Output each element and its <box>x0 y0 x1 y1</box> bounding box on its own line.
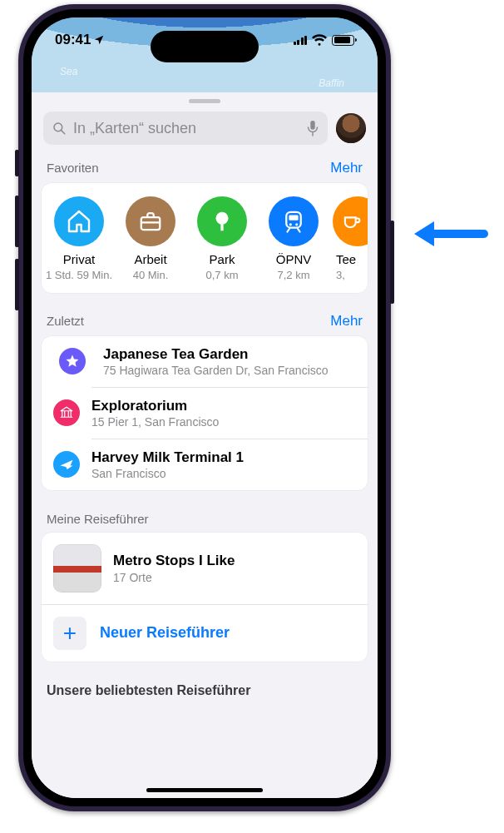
favorites-strip[interactable]: Privat 1 Std. 59 Min. Arbeit 40 Min. Par… <box>42 183 368 293</box>
map-label-sea: Sea <box>60 66 77 77</box>
favorite-meta: 0,7 km <box>186 269 258 281</box>
favorite-label: Tee <box>336 253 368 267</box>
favorite-meta: 7,2 km <box>258 269 329 281</box>
search-sheet: In „Karten“ suchen Favoriten Mehr Privat <box>32 92 378 798</box>
recent-item[interactable]: Japanese Tea Garden 75 Hagiwara Tea Gard… <box>42 336 368 387</box>
recent-subtitle: San Francisco <box>91 467 244 480</box>
phone-frame: Sea Baffin 09:41 <box>18 4 391 811</box>
home-icon <box>66 208 92 235</box>
cellular-icon <box>294 35 308 45</box>
svg-point-8 <box>289 223 292 226</box>
svg-rect-3 <box>141 217 161 230</box>
favorite-label: ÖPNV <box>258 253 329 267</box>
search-icon <box>52 121 67 136</box>
recents-more-link[interactable]: Mehr <box>330 313 363 330</box>
guides-title: Meine Reiseführer <box>47 512 149 526</box>
volume-up-button[interactable] <box>15 196 19 247</box>
favorite-park[interactable]: Park 0,7 km <box>186 196 258 281</box>
mute-switch[interactable] <box>15 150 19 176</box>
recent-title: Japanese Tea Garden <box>103 346 329 363</box>
recent-item[interactable]: Exploratorium 15 Pier 1, San Francisco <box>91 387 368 439</box>
svg-point-9 <box>295 223 298 226</box>
favorite-meta: 3, <box>336 269 368 281</box>
cup-icon <box>340 210 363 233</box>
favorite-label: Park <box>186 253 258 267</box>
favorite-meta: 40 Min. <box>115 269 186 281</box>
guide-subtitle: 17 Orte <box>113 571 235 584</box>
guide-item[interactable]: Metro Stops I Like 17 Orte <box>42 533 368 604</box>
favorite-transit[interactable]: ÖPNV 7,2 km <box>258 196 329 281</box>
new-guide-button[interactable]: + Neuer Reiseführer <box>42 604 368 662</box>
recent-title: Exploratorium <box>91 398 219 414</box>
guide-title: Metro Stops I Like <box>113 553 235 569</box>
recent-item[interactable]: Harvey Milk Terminal 1 San Francisco <box>91 439 368 490</box>
favorite-tea[interactable]: Tee 3, <box>329 196 368 281</box>
location-icon <box>93 34 105 46</box>
svg-rect-7 <box>289 216 298 221</box>
recent-subtitle: 75 Hagiwara Tea Garden Dr, San Francisco <box>103 364 329 377</box>
screen: Sea Baffin 09:41 <box>32 17 378 798</box>
sheet-grabber[interactable] <box>189 99 220 103</box>
new-guide-label: Neuer Reiseführer <box>100 624 230 642</box>
search-placeholder: In „Karten“ suchen <box>73 120 196 137</box>
battery-icon <box>332 35 354 46</box>
favorites-title: Favoriten <box>47 161 99 175</box>
favorite-meta: 1 Std. 59 Min. <box>43 269 115 281</box>
volume-down-button[interactable] <box>15 259 19 310</box>
wifi-icon <box>312 34 327 46</box>
favorites-card: Privat 1 Std. 59 Min. Arbeit 40 Min. Par… <box>42 183 368 293</box>
favorites-more-link[interactable]: Mehr <box>330 160 363 176</box>
status-bar: 09:41 <box>32 17 378 62</box>
transit-icon <box>281 209 306 234</box>
recents-title: Zuletzt <box>47 314 84 328</box>
plane-icon <box>59 457 74 472</box>
favorite-home[interactable]: Privat 1 Std. 59 Min. <box>43 196 115 281</box>
recent-title: Harvey Milk Terminal 1 <box>91 449 244 466</box>
svg-line-1 <box>62 131 65 134</box>
tree-icon <box>210 209 235 234</box>
search-input[interactable]: In „Karten“ suchen <box>43 112 328 145</box>
star-icon <box>65 354 80 369</box>
recent-subtitle: 15 Pier 1, San Francisco <box>91 415 219 429</box>
plus-icon: + <box>53 617 86 650</box>
svg-rect-5 <box>220 222 223 231</box>
briefcase-icon <box>138 209 163 234</box>
side-button[interactable] <box>390 221 394 304</box>
status-time: 09:41 <box>55 32 91 48</box>
mic-icon[interactable] <box>306 120 319 136</box>
recents-card: Japanese Tea Garden 75 Hagiwara Tea Gard… <box>42 336 368 490</box>
guides-card: Metro Stops I Like 17 Orte + Neuer Reise… <box>42 533 368 662</box>
favorite-label: Arbeit <box>115 253 186 267</box>
svg-rect-2 <box>310 121 314 130</box>
museum-icon <box>59 405 74 420</box>
home-indicator[interactable] <box>146 788 263 792</box>
favorite-label: Privat <box>43 253 115 267</box>
guide-thumbnail <box>53 544 101 593</box>
map-label-baffin: Baffin <box>319 77 344 89</box>
account-avatar[interactable] <box>336 113 366 143</box>
callout-arrow <box>408 213 491 255</box>
favorite-work[interactable]: Arbeit 40 Min. <box>115 196 186 281</box>
popular-guides-title: Unsere beliebtesten Reiseführer <box>32 662 378 698</box>
